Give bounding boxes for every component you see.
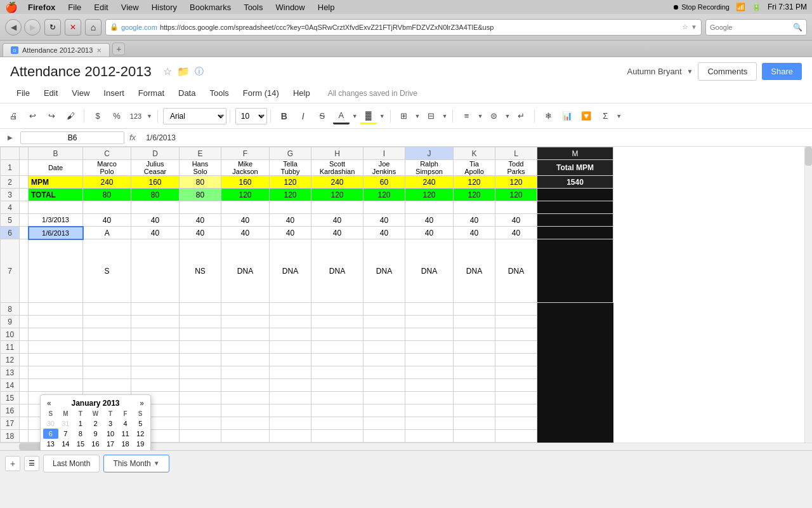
cell-F3[interactable]: 120 xyxy=(221,189,270,201)
italic-button[interactable]: I xyxy=(295,108,311,124)
expand-arrow[interactable]: ▶ xyxy=(5,134,15,141)
cell-D5[interactable]: 40 xyxy=(131,214,180,227)
row-header-18[interactable]: 18 xyxy=(1,430,20,443)
cell-E5[interactable]: 40 xyxy=(180,214,221,227)
nav-forward-button[interactable]: ▶ xyxy=(24,19,41,36)
cell-E3[interactable]: 80 xyxy=(180,189,221,201)
valign-dropdown[interactable]: ▼ xyxy=(504,113,510,119)
folder-icon[interactable]: 📁 xyxy=(177,65,190,77)
cal-day[interactable]: 26 xyxy=(133,449,148,450)
cell-K4[interactable] xyxy=(454,201,495,214)
cell-I6[interactable]: 40 xyxy=(363,227,405,239)
cell-M7[interactable] xyxy=(537,239,613,303)
mac-menu-file[interactable]: File xyxy=(65,3,84,12)
col-header-E[interactable]: E xyxy=(180,147,221,160)
cell-H7[interactable]: DNA xyxy=(311,239,363,303)
col-header-H[interactable]: H xyxy=(311,147,363,160)
address-dropdown-icon[interactable]: ▼ xyxy=(691,23,697,30)
cell-M5[interactable] xyxy=(537,214,613,227)
cal-day[interactable]: 16 xyxy=(88,439,103,449)
cell-I1[interactable]: JoeJenkins xyxy=(363,160,405,176)
calendar-prev-button[interactable]: « xyxy=(47,399,51,408)
cell-B1[interactable]: Date xyxy=(29,160,83,176)
menu-view[interactable]: View xyxy=(65,86,96,100)
cal-day[interactable]: 3 xyxy=(103,418,118,429)
cal-day[interactable]: 13 xyxy=(43,439,58,449)
cal-day[interactable]: 14 xyxy=(58,439,74,449)
add-sheet-button[interactable]: + xyxy=(5,456,20,471)
cell-F6[interactable]: 40 xyxy=(221,227,270,239)
cal-day[interactable]: 19 xyxy=(133,439,148,449)
col-header-I[interactable]: I xyxy=(363,147,405,160)
cell-G4[interactable] xyxy=(270,201,311,214)
row-header-2[interactable]: 2 xyxy=(1,176,20,189)
cell-D7[interactable] xyxy=(131,239,180,303)
row-header-5[interactable]: 5 xyxy=(1,214,20,227)
sheet-menu-button[interactable]: ☰ xyxy=(24,456,39,471)
apple-menu[interactable]: 🍎 xyxy=(5,1,18,13)
new-tab-button[interactable]: + xyxy=(112,43,125,55)
cell-F2[interactable]: 160 xyxy=(221,176,270,189)
chart-button[interactable]: 📊 xyxy=(559,108,575,124)
cell-G3[interactable]: 120 xyxy=(270,189,311,201)
nav-back-button[interactable]: ◀ xyxy=(5,19,22,36)
cell-H2[interactable]: 240 xyxy=(311,176,363,189)
row-header-1[interactable]: 1 xyxy=(1,160,20,176)
cell-B7[interactable] xyxy=(29,239,83,303)
address-bar[interactable]: 🔒 google.com https://docs.google.com/spr… xyxy=(105,19,702,36)
share-button[interactable]: Share xyxy=(762,63,802,80)
strikethrough-button[interactable]: S xyxy=(314,108,331,124)
borders-dropdown[interactable]: ▼ xyxy=(415,113,421,119)
cell-I4[interactable] xyxy=(363,201,405,214)
cal-day[interactable]: 8 xyxy=(73,429,88,439)
row-header-10[interactable]: 10 xyxy=(1,328,20,341)
cell-K1[interactable]: TiaApollo xyxy=(454,160,495,176)
cal-day[interactable]: 22 xyxy=(73,449,88,450)
cell-G6[interactable]: 40 xyxy=(270,227,311,239)
cell-E4[interactable] xyxy=(180,201,221,214)
cell-L5[interactable]: 40 xyxy=(495,214,537,227)
info-icon[interactable]: ⓘ xyxy=(195,66,204,77)
cell-J5[interactable]: 40 xyxy=(405,214,454,227)
cal-day[interactable]: 21 xyxy=(58,449,74,450)
cell-F4[interactable] xyxy=(221,201,270,214)
number-dropdown-icon[interactable]: ▼ xyxy=(147,113,152,119)
cell-J7[interactable]: DNA xyxy=(405,239,454,303)
cell-B2[interactable]: MPM xyxy=(29,176,83,189)
row-header-16[interactable]: 16 xyxy=(1,404,20,417)
cell-F1[interactable]: MikeJackson xyxy=(221,160,270,176)
valign-button[interactable]: ⊜ xyxy=(485,108,502,124)
menu-tools[interactable]: Tools xyxy=(203,86,235,100)
freeze-button[interactable]: ❄ xyxy=(540,108,556,124)
cell-B3[interactable]: TOTAL xyxy=(29,189,83,201)
cell-C2[interactable]: 240 xyxy=(83,176,131,189)
reload-button[interactable]: ↻ xyxy=(44,19,61,36)
cell-C6[interactable]: A xyxy=(83,227,131,239)
menu-data[interactable]: Data xyxy=(172,86,202,100)
cell-E6[interactable]: 40 xyxy=(180,227,221,239)
row-header-6[interactable]: 6 xyxy=(1,227,20,239)
menu-help[interactable]: Help xyxy=(287,86,317,100)
formula-button[interactable]: Σ xyxy=(597,108,613,124)
cal-day[interactable]: 12 xyxy=(133,429,148,439)
col-header-C[interactable]: C xyxy=(83,147,131,160)
cell-M2[interactable]: 1540 xyxy=(537,176,613,189)
redo-button[interactable]: ↪ xyxy=(43,108,60,124)
bold-button[interactable]: B xyxy=(276,108,292,124)
cell-J6[interactable]: 40 xyxy=(405,227,454,239)
col-header-L[interactable]: L xyxy=(495,147,537,160)
cal-day[interactable]: 1 xyxy=(73,418,88,429)
cell-H1[interactable]: ScottKardashian xyxy=(311,160,363,176)
menu-format[interactable]: Format xyxy=(132,86,171,100)
row-header-3[interactable]: 3 xyxy=(1,189,20,201)
cell-G2[interactable]: 120 xyxy=(270,176,311,189)
cal-day[interactable]: 18 xyxy=(118,439,133,449)
cell-I7[interactable]: DNA xyxy=(363,239,405,303)
cal-day[interactable]: 5 xyxy=(133,418,148,429)
formula-dropdown[interactable]: ▼ xyxy=(616,113,622,119)
cal-day[interactable]: 17 xyxy=(103,439,118,449)
cell-E2[interactable]: 80 xyxy=(180,176,221,189)
star-icon[interactable]: ☆ xyxy=(163,65,172,77)
cell-J1[interactable]: RalphSimpson xyxy=(405,160,454,176)
cell-J4[interactable] xyxy=(405,201,454,214)
